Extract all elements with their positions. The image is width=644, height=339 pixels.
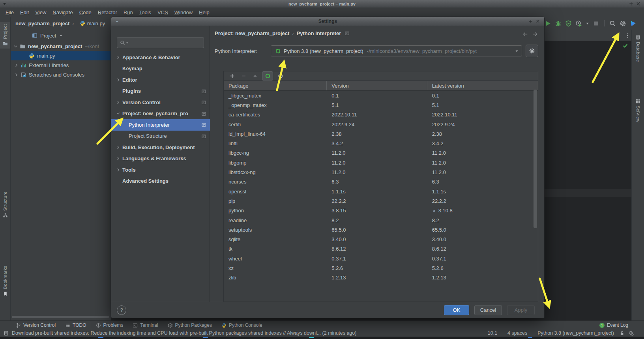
unlocked-padlock-icon[interactable] bbox=[620, 331, 625, 336]
interpreter-combobox[interactable]: Python 3.8 (new_pycharm_project) ~/minic… bbox=[271, 45, 522, 56]
settings-tree-item-project-new-pycharm-pro[interactable]: Project: new_pycharm_pro bbox=[111, 108, 210, 120]
settings-tree-item-build-execution-deployment[interactable]: Build, Execution, Deployment bbox=[111, 142, 210, 153]
package-row-openssl[interactable]: openssl1.1.1s1.1.1s bbox=[224, 187, 538, 196]
upgrade-package-icon[interactable] bbox=[252, 73, 258, 79]
package-row-ld-impl-linux-64[interactable]: ld_impl_linux-642.382.38 bbox=[224, 129, 538, 139]
tool-window-button-python-console[interactable]: Python Console bbox=[221, 322, 262, 328]
stop-icon[interactable] bbox=[593, 20, 599, 27]
package-row-libgcc-mutex[interactable]: _libgcc_mutex0.10.1 bbox=[224, 91, 538, 100]
ok-button[interactable]: OK bbox=[444, 305, 469, 315]
menu-window[interactable]: Window bbox=[171, 9, 196, 16]
settings-tree-item-appearance-behavior[interactable]: Appearance & Behavior bbox=[111, 52, 210, 63]
column-header-package[interactable]: Package bbox=[224, 81, 327, 90]
menu-refactor[interactable]: Refactor bbox=[95, 9, 120, 16]
stripe-button-database[interactable]: Database bbox=[632, 35, 644, 62]
package-row-readline[interactable]: readline8.28.2 bbox=[224, 215, 538, 225]
project-panel-header[interactable]: Project bbox=[11, 30, 110, 41]
settings-tree-item-languages-frameworks[interactable]: Languages & Frameworks bbox=[111, 153, 210, 165]
breadcrumb-project[interactable]: new_pycharm_project bbox=[15, 21, 69, 26]
chevron-down-icon[interactable] bbox=[59, 34, 63, 37]
tool-window-button-todo[interactable]: TODO bbox=[65, 322, 86, 328]
menu-vcs[interactable]: VCS bbox=[154, 9, 171, 16]
tool-window-button-python-packages[interactable]: Python Packages bbox=[168, 322, 212, 328]
project-tree-item-new-pycharm-project[interactable]: new_pycharm_project~/konf bbox=[11, 41, 110, 51]
remove-package-icon[interactable] bbox=[241, 73, 247, 79]
status-interpreter[interactable]: Python 3.8 (new_pycharm_project) bbox=[537, 330, 614, 336]
menu-edit[interactable]: Edit bbox=[17, 9, 32, 16]
settings-tree-item-tools[interactable]: Tools bbox=[111, 164, 210, 176]
dialog-close-icon[interactable] bbox=[535, 19, 540, 24]
menu-code[interactable]: Code bbox=[76, 9, 95, 16]
package-row-libffi[interactable]: libffi3.4.23.4.2 bbox=[224, 139, 538, 148]
indent-setting[interactable]: 4 spaces bbox=[507, 330, 527, 336]
window-menu-caret-icon[interactable] bbox=[2, 2, 7, 6]
project-tree-item-external-libraries[interactable]: External Libraries bbox=[11, 60, 110, 70]
caret-position[interactable]: 10:1 bbox=[488, 330, 497, 336]
project-tree-item-scratches-and-consoles[interactable]: Scratches and Consoles bbox=[11, 70, 110, 79]
coverage-icon[interactable] bbox=[565, 20, 572, 27]
horizontal-scrollbar[interactable] bbox=[12, 316, 109, 318]
window-maximize-icon[interactable] bbox=[629, 1, 634, 6]
apply-button[interactable]: Apply bbox=[507, 305, 535, 315]
add-package-icon[interactable] bbox=[229, 73, 235, 79]
stripe-button-project[interactable]: Project bbox=[0, 22, 10, 49]
package-row-setuptools[interactable]: setuptools65.5.065.5.0 bbox=[224, 225, 538, 234]
menu-tools[interactable]: Tools bbox=[136, 9, 154, 16]
editor-options-kebab-icon[interactable] bbox=[625, 32, 630, 39]
project-tree-item-main-py[interactable]: main.py bbox=[11, 51, 110, 60]
inspections-ok-check-icon[interactable] bbox=[622, 43, 628, 49]
gear-icon[interactable] bbox=[620, 20, 626, 27]
run-icon[interactable] bbox=[545, 20, 551, 27]
menu-run[interactable]: Run bbox=[120, 9, 136, 16]
package-row-sqlite[interactable]: sqlite3.40.03.40.0 bbox=[224, 234, 538, 244]
settings-tree-item-python-interpreter[interactable]: Python Interpreter bbox=[111, 119, 210, 131]
package-row-openmp-mutex[interactable]: _openmp_mutex5.15.1 bbox=[224, 100, 538, 110]
settings-tree-item-plugins[interactable]: Plugins bbox=[111, 86, 210, 97]
settings-tree-item-version-control[interactable]: Version Control bbox=[111, 97, 210, 108]
interpreter-settings-button[interactable] bbox=[526, 45, 538, 57]
tool-window-button-version-control[interactable]: Version Control bbox=[16, 322, 56, 328]
stripe-button-structure[interactable]: Structure bbox=[0, 191, 10, 218]
column-header-version[interactable]: Version bbox=[327, 81, 427, 90]
package-row-python[interactable]: python3.8.153.10.8 bbox=[224, 206, 538, 215]
use-conda-toggle[interactable] bbox=[262, 71, 273, 81]
profiler-icon[interactable] bbox=[575, 20, 582, 27]
event-log-button[interactable]: 1 Event Log bbox=[599, 322, 628, 328]
package-row-tk[interactable]: tk8.6.128.6.12 bbox=[224, 244, 538, 254]
package-row-ncurses[interactable]: ncurses6.36.3 bbox=[224, 177, 538, 187]
package-row-pip[interactable]: pip22.2.222.2.2 bbox=[224, 196, 538, 206]
forward-arrow-icon[interactable] bbox=[532, 31, 538, 37]
tool-window-button-problems[interactable]: Problems bbox=[96, 322, 124, 328]
stripe-button-sciview[interactable]: SciView bbox=[632, 99, 644, 122]
settings-tree-item-project-structure[interactable]: Project Structure bbox=[111, 131, 210, 142]
search-icon[interactable] bbox=[609, 20, 616, 27]
vertical-scrollbar[interactable] bbox=[534, 90, 537, 228]
column-header-latest-version[interactable]: Latest version bbox=[427, 81, 538, 90]
menu-navigate[interactable]: Navigate bbox=[49, 9, 76, 16]
menu-view[interactable]: View bbox=[32, 9, 49, 16]
settings-tree-item-advanced-settings[interactable]: Advanced Settings bbox=[111, 176, 210, 187]
debug-icon[interactable] bbox=[555, 20, 562, 27]
show-early-releases-eye-icon[interactable] bbox=[278, 73, 284, 79]
dialog-menu-chevron-icon[interactable] bbox=[115, 19, 119, 24]
status-message[interactable]: Download pre-built shared indexes: Reduc… bbox=[12, 330, 356, 336]
dialog-maximize-icon[interactable] bbox=[528, 19, 533, 24]
package-row-libgcc-ng[interactable]: libgcc-ng11.2.011.2.0 bbox=[224, 148, 538, 158]
back-arrow-icon[interactable] bbox=[522, 31, 528, 37]
package-row-wheel[interactable]: wheel0.37.10.37.1 bbox=[224, 254, 538, 263]
package-row-ca-certificates[interactable]: ca-certificates2022.10.112022.10.11 bbox=[224, 110, 538, 120]
tool-window-button-terminal[interactable]: Terminal bbox=[133, 322, 158, 328]
caret-down-icon[interactable] bbox=[586, 22, 589, 25]
ide-logo-icon[interactable] bbox=[630, 20, 637, 27]
package-row-certifi[interactable]: certifi2022.9.242022.9.24 bbox=[224, 120, 538, 129]
settings-search-input[interactable] bbox=[117, 37, 204, 48]
help-button[interactable]: ? bbox=[117, 305, 126, 315]
stripe-button-bookmarks[interactable]: Bookmarks bbox=[0, 266, 10, 296]
settings-tree-item-editor[interactable]: Editor bbox=[111, 74, 210, 86]
breadcrumb-file[interactable]: main.py bbox=[87, 21, 105, 26]
ide-services-gear-icon[interactable] bbox=[629, 331, 634, 336]
package-row-libgomp[interactable]: libgomp11.2.011.2.0 bbox=[224, 158, 538, 167]
menu-file[interactable]: File bbox=[2, 9, 17, 16]
menu-help[interactable]: Help bbox=[196, 9, 213, 16]
settings-tree-item-keymap[interactable]: Keymap bbox=[111, 63, 210, 75]
